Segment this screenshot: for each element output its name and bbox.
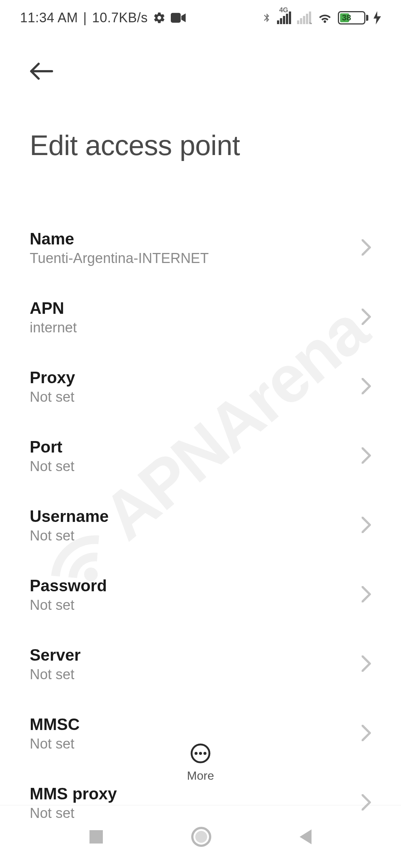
setting-value: Not set [30,667,81,683]
setting-row-name[interactable]: Name Tuenti-Argentina-INTERNET [30,213,371,283]
signal-4g-icon: 4G [277,11,292,24]
status-right: 4G × 38 [261,10,381,25]
setting-row-server[interactable]: Server Not set [30,629,371,699]
status-separator: | [83,10,87,26]
back-button[interactable] [30,58,56,85]
setting-title: Username [30,507,109,526]
setting-title: APN [30,299,77,318]
svg-rect-5 [289,11,291,24]
chevron-right-icon [362,447,371,465]
battery-percent: 38 [342,13,351,23]
svg-rect-7 [300,18,302,24]
chevron-right-icon [362,517,371,535]
chevron-right-icon [362,655,371,673]
setting-value: Not set [30,458,74,474]
svg-rect-0 [171,13,181,23]
setting-row-username[interactable]: Username Not set [30,491,371,560]
setting-value: Not set [30,736,79,752]
arrow-left-icon [30,62,53,80]
svg-rect-4 [286,14,288,24]
setting-title: MMS proxy [30,785,117,803]
chevron-right-icon [362,239,371,257]
wifi-icon [317,11,333,24]
bluetooth-icon [261,10,272,25]
svg-text:×: × [309,20,312,24]
setting-row-mms-proxy[interactable]: MMS proxy Not set [30,768,371,838]
setting-title: Server [30,646,81,664]
chevron-right-icon [362,378,371,396]
setting-title: Port [30,438,74,456]
svg-rect-1 [277,20,279,24]
setting-value: Not set [30,389,75,405]
status-time: 11:34 AM [20,10,78,26]
signal-no-sim-icon: × [297,11,312,24]
network-badge: 4G [279,6,288,14]
chevron-right-icon [362,794,371,812]
battery-indicator: 38 [338,11,368,24]
setting-row-mmsc[interactable]: MMSC Not set [30,699,371,768]
svg-rect-9 [306,14,308,24]
setting-row-apn[interactable]: APN internet [30,283,371,352]
svg-rect-6 [297,20,299,24]
chevron-right-icon [362,725,371,743]
setting-value: Not set [30,528,109,544]
status-bar: 11:34 AM | 10.7KB/s 4G × [0,0,401,36]
setting-row-port[interactable]: Port Not set [30,421,371,491]
setting-value: Tuenti-Argentina-INTERNET [30,250,209,266]
setting-value: internet [30,320,77,336]
gear-icon [153,11,166,24]
setting-title: Proxy [30,368,75,387]
setting-value: Not set [30,597,107,613]
setting-row-proxy[interactable]: Proxy Not set [30,352,371,421]
svg-rect-8 [303,16,305,24]
page-title: Edit access point [30,129,371,161]
video-camera-icon [171,12,186,23]
status-left: 11:34 AM | 10.7KB/s [20,10,186,26]
setting-title: MMSC [30,715,79,734]
setting-value: Not set [30,805,117,821]
status-data-rate: 10.7KB/s [92,10,148,26]
chevron-right-icon [362,586,371,604]
charging-icon [374,11,381,24]
svg-rect-2 [280,18,282,24]
chevron-right-icon [362,309,371,326]
settings-list: Name Tuenti-Argentina-INTERNET APN inter… [0,213,401,866]
svg-rect-3 [283,16,285,24]
setting-title: Password [30,576,107,595]
app-bar: Edit access point [0,36,401,161]
setting-title: Name [30,230,209,248]
setting-row-password[interactable]: Password Not set [30,560,371,629]
